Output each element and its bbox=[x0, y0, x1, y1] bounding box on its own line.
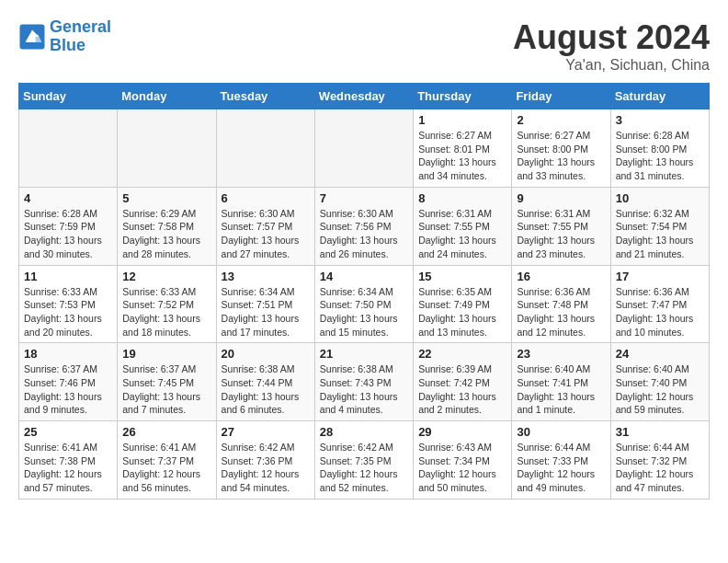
day-number: 19 bbox=[122, 347, 210, 361]
day-number: 7 bbox=[320, 191, 408, 205]
day-cell bbox=[19, 109, 118, 188]
day-info: Sunrise: 6:34 AMSunset: 7:50 PMDaylight:… bbox=[320, 285, 408, 339]
day-number: 22 bbox=[418, 347, 506, 361]
day-cell: 6Sunrise: 6:30 AMSunset: 7:57 PMDaylight… bbox=[216, 187, 314, 265]
days-header-row: SundayMondayTuesdayWednesdayThursdayFrid… bbox=[19, 84, 710, 109]
page-title: August 2024 bbox=[513, 18, 710, 57]
day-number: 3 bbox=[616, 113, 704, 127]
page-header: General Blue August 2024 Ya'an, Sichuan,… bbox=[18, 18, 710, 74]
day-info: Sunrise: 6:36 AMSunset: 7:48 PMDaylight:… bbox=[517, 285, 605, 339]
day-number: 9 bbox=[517, 191, 605, 205]
week-row-5: 25Sunrise: 6:41 AMSunset: 7:38 PMDayligh… bbox=[19, 421, 710, 500]
day-info: Sunrise: 6:30 AMSunset: 7:57 PMDaylight:… bbox=[222, 207, 310, 261]
day-info: Sunrise: 6:30 AMSunset: 7:56 PMDaylight:… bbox=[320, 207, 408, 261]
day-cell: 12Sunrise: 6:33 AMSunset: 7:52 PMDayligh… bbox=[118, 265, 216, 343]
day-number: 12 bbox=[122, 270, 210, 283]
day-cell: 3Sunrise: 6:28 AMSunset: 8:00 PMDaylight… bbox=[610, 109, 709, 188]
day-info: Sunrise: 6:40 AMSunset: 7:40 PMDaylight:… bbox=[616, 362, 704, 417]
day-number: 11 bbox=[24, 270, 112, 283]
day-number: 29 bbox=[418, 425, 506, 439]
day-number: 26 bbox=[122, 425, 210, 439]
day-cell: 7Sunrise: 6:30 AMSunset: 7:56 PMDaylight… bbox=[314, 187, 413, 265]
day-info: Sunrise: 6:41 AMSunset: 7:37 PMDaylight:… bbox=[122, 441, 210, 495]
header-tuesday: Tuesday bbox=[216, 84, 314, 109]
day-number: 18 bbox=[24, 347, 112, 361]
day-info: Sunrise: 6:38 AMSunset: 7:43 PMDaylight:… bbox=[320, 362, 408, 417]
header-sunday: Sunday bbox=[19, 84, 118, 109]
day-number: 28 bbox=[320, 425, 408, 439]
logo-icon bbox=[18, 23, 46, 51]
day-number: 15 bbox=[418, 270, 506, 283]
day-info: Sunrise: 6:32 AMSunset: 7:54 PMDaylight:… bbox=[616, 207, 704, 261]
day-number: 13 bbox=[222, 270, 310, 283]
day-cell: 15Sunrise: 6:35 AMSunset: 7:49 PMDayligh… bbox=[414, 265, 512, 343]
week-row-3: 11Sunrise: 6:33 AMSunset: 7:53 PMDayligh… bbox=[19, 265, 710, 343]
day-info: Sunrise: 6:35 AMSunset: 7:49 PMDaylight:… bbox=[418, 285, 506, 339]
day-cell: 2Sunrise: 6:27 AMSunset: 8:00 PMDaylight… bbox=[512, 109, 610, 188]
day-info: Sunrise: 6:36 AMSunset: 7:47 PMDaylight:… bbox=[616, 285, 704, 339]
day-cell bbox=[216, 109, 314, 188]
day-info: Sunrise: 6:38 AMSunset: 7:44 PMDaylight:… bbox=[222, 362, 310, 417]
day-cell: 31Sunrise: 6:44 AMSunset: 7:32 PMDayligh… bbox=[610, 421, 709, 500]
day-info: Sunrise: 6:31 AMSunset: 7:55 PMDaylight:… bbox=[517, 207, 605, 261]
day-cell: 8Sunrise: 6:31 AMSunset: 7:55 PMDaylight… bbox=[414, 187, 512, 265]
day-cell: 17Sunrise: 6:36 AMSunset: 7:47 PMDayligh… bbox=[610, 265, 709, 343]
week-row-2: 4Sunrise: 6:28 AMSunset: 7:59 PMDaylight… bbox=[19, 187, 710, 265]
day-info: Sunrise: 6:34 AMSunset: 7:51 PMDaylight:… bbox=[222, 285, 310, 339]
day-info: Sunrise: 6:28 AMSunset: 8:00 PMDaylight:… bbox=[616, 129, 704, 183]
header-saturday: Saturday bbox=[610, 84, 709, 109]
day-cell: 24Sunrise: 6:40 AMSunset: 7:40 PMDayligh… bbox=[610, 343, 709, 421]
day-number: 1 bbox=[418, 113, 506, 127]
day-number: 10 bbox=[616, 191, 704, 205]
logo: General Blue bbox=[18, 18, 111, 55]
day-cell: 1Sunrise: 6:27 AMSunset: 8:01 PMDaylight… bbox=[414, 109, 512, 188]
day-number: 21 bbox=[320, 347, 408, 361]
day-number: 4 bbox=[24, 191, 112, 205]
day-number: 14 bbox=[320, 270, 408, 283]
day-info: Sunrise: 6:27 AMSunset: 8:01 PMDaylight:… bbox=[418, 129, 506, 183]
day-cell: 23Sunrise: 6:40 AMSunset: 7:41 PMDayligh… bbox=[512, 343, 610, 421]
day-info: Sunrise: 6:40 AMSunset: 7:41 PMDaylight:… bbox=[517, 362, 605, 417]
day-number: 20 bbox=[222, 347, 310, 361]
day-cell bbox=[314, 109, 413, 188]
day-number: 31 bbox=[616, 425, 704, 439]
day-number: 27 bbox=[222, 425, 310, 439]
day-info: Sunrise: 6:33 AMSunset: 7:52 PMDaylight:… bbox=[122, 285, 210, 339]
header-thursday: Thursday bbox=[414, 84, 512, 109]
day-number: 5 bbox=[122, 191, 210, 205]
day-cell: 10Sunrise: 6:32 AMSunset: 7:54 PMDayligh… bbox=[610, 187, 709, 265]
page-subtitle: Ya'an, Sichuan, China bbox=[513, 57, 710, 74]
day-cell: 21Sunrise: 6:38 AMSunset: 7:43 PMDayligh… bbox=[314, 343, 413, 421]
day-info: Sunrise: 6:44 AMSunset: 7:32 PMDaylight:… bbox=[616, 441, 704, 495]
day-info: Sunrise: 6:27 AMSunset: 8:00 PMDaylight:… bbox=[517, 129, 605, 183]
day-number: 8 bbox=[418, 191, 506, 205]
day-info: Sunrise: 6:42 AMSunset: 7:35 PMDaylight:… bbox=[320, 441, 408, 495]
day-cell: 13Sunrise: 6:34 AMSunset: 7:51 PMDayligh… bbox=[216, 265, 314, 343]
day-info: Sunrise: 6:41 AMSunset: 7:38 PMDaylight:… bbox=[24, 441, 112, 495]
day-cell: 28Sunrise: 6:42 AMSunset: 7:35 PMDayligh… bbox=[314, 421, 413, 500]
day-cell: 11Sunrise: 6:33 AMSunset: 7:53 PMDayligh… bbox=[19, 265, 118, 343]
day-cell: 19Sunrise: 6:37 AMSunset: 7:45 PMDayligh… bbox=[118, 343, 216, 421]
day-info: Sunrise: 6:42 AMSunset: 7:36 PMDaylight:… bbox=[222, 441, 310, 495]
day-number: 6 bbox=[222, 191, 310, 205]
header-monday: Monday bbox=[118, 84, 216, 109]
day-cell: 26Sunrise: 6:41 AMSunset: 7:37 PMDayligh… bbox=[118, 421, 216, 500]
day-number: 23 bbox=[517, 347, 605, 361]
day-info: Sunrise: 6:37 AMSunset: 7:46 PMDaylight:… bbox=[24, 362, 112, 417]
day-cell: 18Sunrise: 6:37 AMSunset: 7:46 PMDayligh… bbox=[19, 343, 118, 421]
day-number: 2 bbox=[517, 113, 605, 127]
calendar-table: SundayMondayTuesdayWednesdayThursdayFrid… bbox=[18, 83, 710, 500]
day-info: Sunrise: 6:31 AMSunset: 7:55 PMDaylight:… bbox=[418, 207, 506, 261]
day-cell: 22Sunrise: 6:39 AMSunset: 7:42 PMDayligh… bbox=[414, 343, 512, 421]
day-info: Sunrise: 6:37 AMSunset: 7:45 PMDaylight:… bbox=[122, 362, 210, 417]
day-cell: 14Sunrise: 6:34 AMSunset: 7:50 PMDayligh… bbox=[314, 265, 413, 343]
day-cell: 30Sunrise: 6:44 AMSunset: 7:33 PMDayligh… bbox=[512, 421, 610, 500]
logo-text: General Blue bbox=[50, 18, 111, 55]
day-number: 30 bbox=[517, 425, 605, 439]
day-cell: 5Sunrise: 6:29 AMSunset: 7:58 PMDaylight… bbox=[118, 187, 216, 265]
title-block: August 2024 Ya'an, Sichuan, China bbox=[513, 18, 710, 74]
day-number: 24 bbox=[616, 347, 704, 361]
day-info: Sunrise: 6:28 AMSunset: 7:59 PMDaylight:… bbox=[24, 207, 112, 261]
header-friday: Friday bbox=[512, 84, 610, 109]
day-info: Sunrise: 6:29 AMSunset: 7:58 PMDaylight:… bbox=[122, 207, 210, 261]
